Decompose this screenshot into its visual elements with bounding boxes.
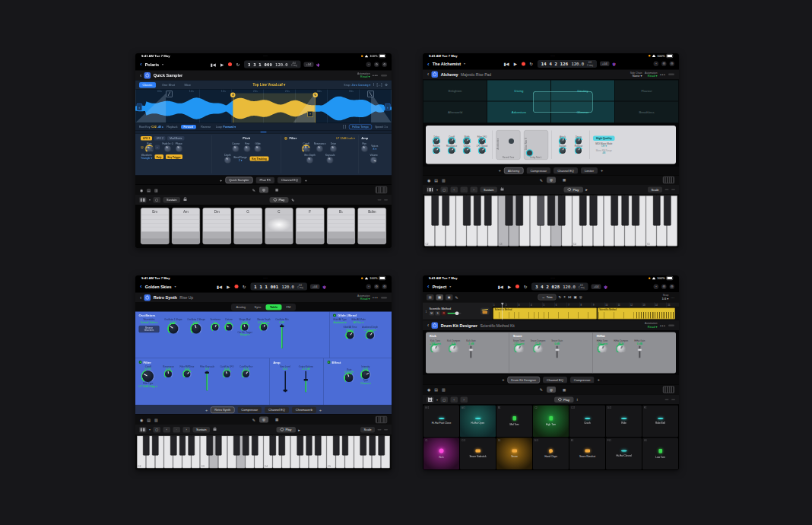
mixer-icon[interactable]: ▤: [434, 178, 438, 183]
black-key-Ds3[interactable]: [215, 436, 221, 456]
gain-slider[interactable]: [639, 346, 640, 358]
knob-autobend-depth[interactable]: Autobend Depth-1.20 semi: [362, 326, 378, 340]
velocity-icon[interactable]: ↕: [576, 397, 579, 402]
chord-strip-g[interactable]: G: [233, 208, 262, 244]
sidechain-control[interactable]: Side ChainNone ▾: [630, 72, 642, 78]
page-indicator-active[interactable]: [261, 132, 267, 132]
knob-intensity[interactable]: Intensity0.02TypeChorus ▾: [360, 365, 371, 385]
deck-tab-lfo-1[interactable]: LFO 1: [141, 136, 152, 141]
black-key-Gs3[interactable]: [547, 196, 555, 226]
knob-dial[interactable]: [243, 371, 249, 377]
knob-rate[interactable]: Rate: [146, 142, 152, 152]
xy-pad-reverb[interactable]: AccelerationReverb Time: [496, 130, 521, 160]
plugin-chain-item[interactable]: Channel EQ: [265, 406, 289, 413]
octave-down-button[interactable]: ‹: [163, 427, 171, 433]
voices-control[interactable]: Voices8 ▾: [371, 144, 378, 150]
key-trigger-button[interactable]: Key Trigger: [166, 154, 182, 159]
knob-rate[interactable]: Rate0.44 Hz: [344, 368, 354, 383]
knob-drive[interactable]: Drive: [330, 142, 336, 152]
go-to-beginning-button[interactable]: ▮◀: [216, 284, 222, 289]
volume-thumb[interactable]: [455, 311, 459, 315]
amp-slider-0[interactable]: Sine Level0.02: [280, 365, 290, 393]
knob-hihat-dampen[interactable]: HiHat Dampen40 %: [614, 339, 628, 353]
keys-view-tile[interactable]: ▦: [560, 387, 569, 393]
black-key-Fs3[interactable]: [233, 436, 239, 456]
black-key-Ds5[interactable]: [342, 436, 348, 456]
chord-strip-low-zone[interactable]: [265, 239, 293, 244]
settings-icon-1[interactable]: ◔: [654, 62, 659, 67]
plugin-view-tile-selected[interactable]: ◎: [547, 387, 556, 393]
knob-dial[interactable]: [433, 138, 439, 145]
loop-mode-control[interactable]: Loop: Forward ▾: [216, 126, 236, 129]
amp-slider-track[interactable]: [306, 371, 307, 393]
plugin-power-button[interactable]: [432, 72, 439, 78]
play-mode-button[interactable]: Play: [269, 197, 288, 203]
playing-surface-panel-icon[interactable]: [663, 177, 674, 183]
knob-dial[interactable]: [142, 371, 154, 382]
knob-dial[interactable]: [224, 158, 230, 164]
browsers-icon[interactable]: ◉: [427, 178, 430, 183]
add-plugin-button-left[interactable]: +: [499, 168, 501, 173]
black-key-Fs4[interactable]: [611, 196, 618, 226]
transpose-badge[interactable]: +04: [600, 62, 610, 67]
knob-cutoff-by-lfo[interactable]: Cutoff by LFO0.06: [220, 365, 233, 378]
window-handle-2[interactable]: [384, 199, 388, 201]
back-chevron[interactable]: ‹: [140, 284, 142, 290]
chord-strip-bass-zone[interactable]: [358, 232, 385, 239]
filter-type-value[interactable]: LP 24dB Edgy ▾: [139, 385, 157, 388]
black-key-Ds3[interactable]: [516, 196, 524, 226]
drum-pad-snare[interactable]: D1Snare: [496, 438, 532, 469]
chord-strip-c[interactable]: C: [265, 208, 293, 244]
knob-dial[interactable]: [576, 148, 582, 154]
cycle-button[interactable]: ↻: [522, 284, 528, 289]
knob-dial[interactable]: [479, 138, 485, 145]
glide-setting[interactable]: Glide/All TypeAutobend ▾: [333, 319, 347, 325]
sampler-tab-one-shot[interactable]: One Shot: [158, 82, 178, 88]
chord-strip-bass-zone[interactable]: [265, 232, 293, 239]
knob-dial[interactable]: [598, 345, 606, 353]
keys-view-tile[interactable]: ▦: [272, 417, 281, 423]
black-key-Gs4[interactable]: [621, 196, 629, 226]
edit-surface-icon[interactable]: ▸: [585, 187, 588, 192]
knob-sustain[interactable]: Sustain: [556, 145, 570, 154]
knob-glide-all-time[interactable]: Glide/All Time290 ms: [343, 326, 357, 340]
window-handle-2[interactable]: [384, 429, 388, 431]
engine-tab-table[interactable]: Table: [265, 304, 281, 310]
window-handle-1[interactable]: [378, 199, 382, 201]
black-key-Ds2[interactable]: [442, 196, 449, 226]
mixer-icon[interactable]: ▤: [147, 188, 151, 192]
perform-pad-enlighten[interactable]: Enlighten: [423, 80, 487, 100]
sample-start-handle[interactable]: ‹: [137, 103, 143, 111]
solo-button[interactable]: S: [435, 311, 440, 316]
region-lane[interactable]: Scientific MethodScientific Method: [493, 307, 680, 320]
chord-strip-zone[interactable]: [265, 219, 293, 223]
knob-shape-mod[interactable]: Shape Mod0.036Osc En. TargetShape ▾: [237, 319, 252, 337]
knob-filter-lfo[interactable]: Filter LFO: [475, 135, 489, 145]
knob-dial[interactable]: [255, 146, 261, 152]
knob-dial[interactable]: [233, 146, 239, 152]
black-key-Cs5[interactable]: [333, 436, 339, 456]
crop-icon[interactable]: [ ]: [343, 125, 346, 129]
knob-oscillator-1-shape[interactable]: Oscillator 1 Shape0.000: [164, 319, 182, 335]
lfo-waveform-control[interactable]: WaveformTriangle ▾: [141, 154, 152, 160]
knob-attack[interactable]: Attack: [556, 135, 570, 145]
add-plugin-button-right[interactable]: +: [305, 178, 307, 183]
chord-strip-low-zone[interactable]: [172, 239, 199, 244]
midi-mono-value[interactable]: Off ▾: [593, 145, 615, 148]
knob-dial[interactable]: [303, 146, 309, 152]
sustain-button[interactable]: Sustain: [163, 197, 180, 203]
edit-surface-icon[interactable]: ✎: [291, 198, 294, 202]
lfo-sync-toggle[interactable]: ♪: [155, 145, 160, 150]
deck-tab-lfo-2[interactable]: LFO 2: [154, 136, 166, 141]
chord-strip-bass-zone[interactable]: [172, 232, 199, 239]
knob-dial[interactable]: [212, 324, 219, 331]
black-key-Cs5[interactable]: [653, 196, 661, 226]
sustain-button[interactable]: Sustain: [481, 186, 497, 192]
settings-icon-3[interactable]: ⚙: [382, 62, 388, 67]
knob-cutoff[interactable]: Cutoff: [445, 135, 458, 145]
plugin-view-tile-selected[interactable]: ◎: [259, 187, 268, 193]
keys-view-tile[interactable]: ▦: [272, 187, 281, 193]
plugin-view-tile-selected[interactable]: ◎: [259, 417, 268, 423]
browsers-icon[interactable]: ◉: [140, 188, 143, 192]
playback-reverse-button[interactable]: Reverse: [199, 125, 212, 129]
